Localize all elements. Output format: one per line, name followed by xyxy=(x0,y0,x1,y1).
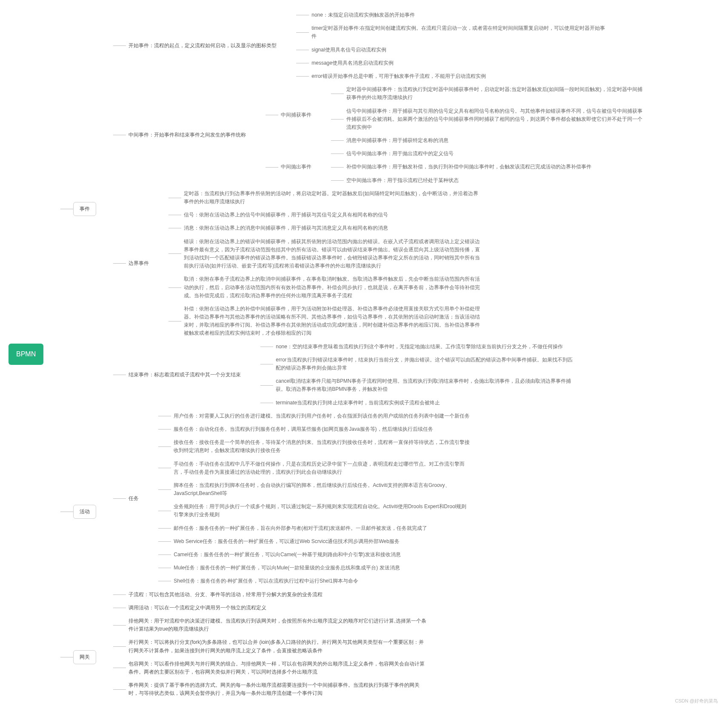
node: 信号中间抛出事件：用于抛出流程中的定义信号 xyxy=(344,149,456,159)
node: Camel任务：服务任务的一种扩展任务，可以向Camel(一种基于规则路由和中介… xyxy=(171,550,403,560)
node: 包容网关：可以看作排他网关与并行网关的组合。与排他网关一样，可以在包容网关的外出… xyxy=(126,659,429,677)
node: 接收任务：接收任务是一个简单的任务，等待某个消息的到来。当流程执行到接收任务时，… xyxy=(171,438,474,455)
root-label: BPMN xyxy=(16,350,36,358)
node: 脚本任务：当流程执行到脚本任务时，会自动执行编写的脚本，然后继续执行后续任务。A… xyxy=(171,481,474,498)
level1-node: 活动 xyxy=(73,505,96,519)
root-node: BPMN xyxy=(9,344,43,365)
node: 中间抛出事件 xyxy=(278,162,314,172)
node: 边界事件 xyxy=(126,259,151,268)
node: terminate当流程执行到终止结束事件时，当前流程实例或子流程会被终止 xyxy=(273,398,443,408)
mindmap-container: BPMN 事件开始事件：流程的起点，定义流程如何启动，以及显示的图标类型none… xyxy=(9,9,719,700)
node: 定时器：当流程执行到边界事件所依附的活动时，将启动定时器。定时器触发后(如间隔特… xyxy=(181,189,484,207)
node: none：空的结束事件意味着当流程执行到这个事件时，无指定地抛出结果。工作流引擎… xyxy=(273,342,565,352)
level1-node: 事件 xyxy=(73,202,96,216)
node: 手动任务：手动任务在流程中几乎不做任何操作，只是在流程历史记录中留下一点痕迹，表… xyxy=(171,459,474,477)
node: 补偿中间抛出事件：用于触发补偿，当执行到补偿中间抛出事件时，会触发该流程已完成活… xyxy=(344,162,594,172)
level1-node: 网关 xyxy=(73,650,96,664)
node: 取消：依附在事务子流程边界上的取消中间捕获事件，在事务取消时触发。当取消边界事件… xyxy=(181,274,484,301)
node: message使用具名消息启动流程实例 xyxy=(309,58,396,68)
node: 排他网关：用于对流程中的决策进行建模。当流程执行到该网关时，会按照所有外出顺序流… xyxy=(126,616,429,634)
node: 中间捕获事件 xyxy=(278,110,314,120)
node: error错误开始事件总是中断，可用于触发事件子流程，不能用于启动流程实例 xyxy=(309,71,488,81)
node: cancel取消结束事件只能与BPMN事务子流程同时使用。当流程执行到取消结束事… xyxy=(273,376,576,394)
node: 中间事件：开始事件和结束事件之间发生的事件统称 xyxy=(126,130,248,140)
node: 消息中间捕获事件：用于捕获特定名称的消息 xyxy=(344,136,451,145)
node: timer定时器开始事件:在指定时间创建流程实例。在流程只需启动一次，或者需在特… xyxy=(309,23,612,41)
node: none：未指定启动流程实例触发器的开始事件 xyxy=(309,10,417,20)
node: 并行网关：可以将执行分支(fork)为多条路径，也可以合并 (ioin)多条入口… xyxy=(126,637,429,655)
node: 子流程：可以包含其他活动、分支、事件等的活动，经常用于分解大的复杂的业务流程 xyxy=(126,590,325,600)
node: 服务任务：自动化任务。当流程执行到服务任务时，调用某些服务(如网页服务Java服… xyxy=(171,424,435,434)
node: 空中间抛出事件：用于指示流程已经处于某种状态 xyxy=(344,176,461,185)
node: 定时器中间捕获事件：当流程执行到定时器中间捕获事件时，启动定时器;当定时器触发后… xyxy=(344,85,647,102)
node: 消息：依附在活动边界上的消息中间捕获事件，用于捕获与其消息定义具有相同名称的消息 xyxy=(181,223,391,233)
node: 用户任务：对需要人工执行的任务进行建模。当流程执行到用户任务时，会在指派到该任务… xyxy=(171,411,472,421)
watermark: CSDN @好奇的菜鸟 xyxy=(675,698,718,704)
node: signal使用具名信号启动流程实例 xyxy=(309,45,388,55)
node: error当流程执行到错误结束事件时，结束执行当前分支，并抛出错误。这个错误可以… xyxy=(273,355,576,373)
node: Web Service任务：服务任务的一种扩展任务，可以通过Web Scrvic… xyxy=(171,537,402,546)
node: 信号中间捕获事件：用于捕获与其引用的信号定义具有相同信号名称的信号。与其他事件如… xyxy=(344,106,647,133)
node: 任务 xyxy=(126,494,141,503)
node: 事件网关：提供了基于事件的选择方式。网关的每一条外出顺序流都需要连接到一个中间捕… xyxy=(126,680,429,698)
node: Shell任务：服务任务的-种扩展任务，可以在流程执行过程中运行Shel1脚本与… xyxy=(171,576,360,586)
node: Mule任务：服务任务的一种扩展任务，可以向Mule(一款轻量级的企业服务总线和… xyxy=(171,563,402,573)
node: 错误：依附在活动边界上的错误中间捕获事件，捕获其所依附的活动范围内抛出的错误。在… xyxy=(181,237,484,271)
node: 邮件任务：服务任务的一种扩展任务，旨在向外部参与者(相对于流程)发送邮件。一旦邮… xyxy=(171,523,430,533)
node: 补偿：依附在活动边界上的补偿中间捕获事件，用于为活动附加补偿处理器。补偿边界事件… xyxy=(181,304,484,338)
node: 信号：依附在活动边界上的信号中间捕获事件，用于捕获与其信号定义具有相同名称的信号 xyxy=(181,210,391,220)
node: 调用活动：可以在一个流程定义中调用另一个独立的流程定义 xyxy=(126,603,269,613)
node: 开始事件：流程的起点，定义流程如何启动，以及显示的图标类型 xyxy=(126,41,279,51)
node: 业务规则任务：用于同步执行一个或多个规则，可以通过制定一系列规则来实现流程自动化… xyxy=(171,502,474,520)
node: 结束事件：标志着流程或子流程中其一个分支结束 xyxy=(126,370,243,380)
